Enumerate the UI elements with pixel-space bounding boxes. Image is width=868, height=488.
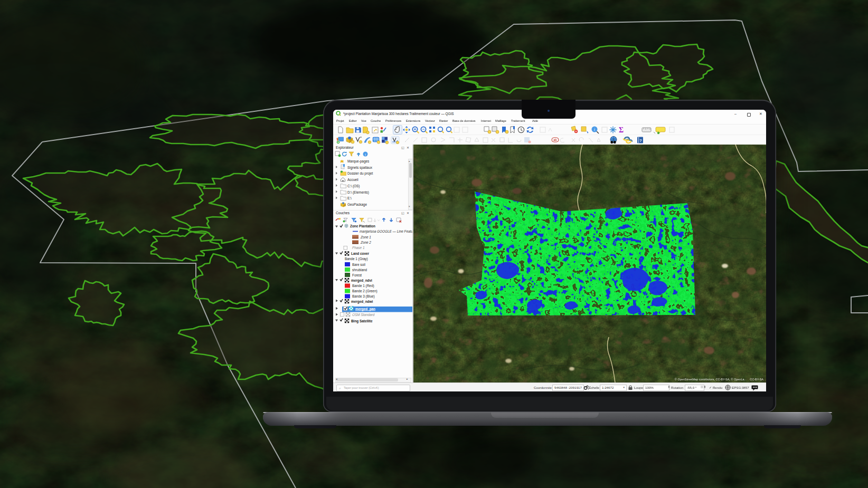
svg-text:Bande 3 (Blue): Bande 3 (Blue) bbox=[352, 294, 375, 299]
svg-text:Zone 2: Zone 2 bbox=[360, 241, 371, 244]
svg-text:merged_pan: merged_pan bbox=[355, 307, 375, 311]
svg-text:GeoPackage: GeoPackage bbox=[347, 203, 367, 207]
svg-text:D:\ (Elements): D:\ (Elements) bbox=[347, 190, 369, 195]
svg-text:shrubland: shrubland bbox=[352, 268, 367, 272]
svg-text:Dossier du projet: Dossier du projet bbox=[347, 171, 373, 176]
svg-text:Bande 2 (Green): Bande 2 (Green) bbox=[352, 289, 378, 293]
svg-text:i: i bbox=[365, 152, 366, 157]
svg-text:Signets spatiaux: Signets spatiaux bbox=[347, 166, 373, 170]
svg-text:merged_ndwi: merged_ndwi bbox=[351, 300, 373, 304]
svg-text:Marque-pages: Marque-pages bbox=[347, 159, 369, 164]
svg-text:Land cover: Land cover bbox=[351, 252, 370, 255]
svg-text:© OpenStreetMap contributors,: © OpenStreetMap contributors, CC-BY-SA, … bbox=[675, 378, 764, 381]
svg-text:Bande 1 (Gray): Bande 1 (Gray) bbox=[345, 257, 368, 261]
svg-text:Σ: Σ bbox=[619, 126, 624, 134]
svg-text:Accueil: Accueil bbox=[347, 178, 358, 181]
svg-text:Phase 1: Phase 1 bbox=[352, 246, 365, 250]
svg-text:i: i bbox=[594, 127, 595, 132]
svg-text:OSM Standard: OSM Standard bbox=[352, 313, 375, 317]
svg-text:Zone 1: Zone 1 bbox=[360, 235, 371, 239]
svg-text:ab: ab bbox=[553, 138, 557, 141]
svg-text:C:\ (OS): C:\ (OS) bbox=[347, 184, 360, 188]
svg-text:Bare soil: Bare soil bbox=[352, 263, 365, 266]
svg-text:Zone Plantation: Zone Plantation bbox=[350, 224, 375, 228]
svg-text:E:\: E:\ bbox=[347, 196, 352, 200]
svg-text:?: ? bbox=[639, 138, 642, 143]
svg-text:Bing Satellite: Bing Satellite bbox=[351, 319, 373, 323]
svg-text:merged_ndvi: merged_ndvi bbox=[351, 279, 372, 283]
svg-text:manjarisoa GOOGLE — Line Featu: manjarisoa GOOGLE — Line Featur bbox=[360, 229, 412, 234]
svg-text:Forest: Forest bbox=[352, 273, 362, 277]
svg-text:Bande 1 (Red): Bande 1 (Red) bbox=[352, 284, 374, 288]
